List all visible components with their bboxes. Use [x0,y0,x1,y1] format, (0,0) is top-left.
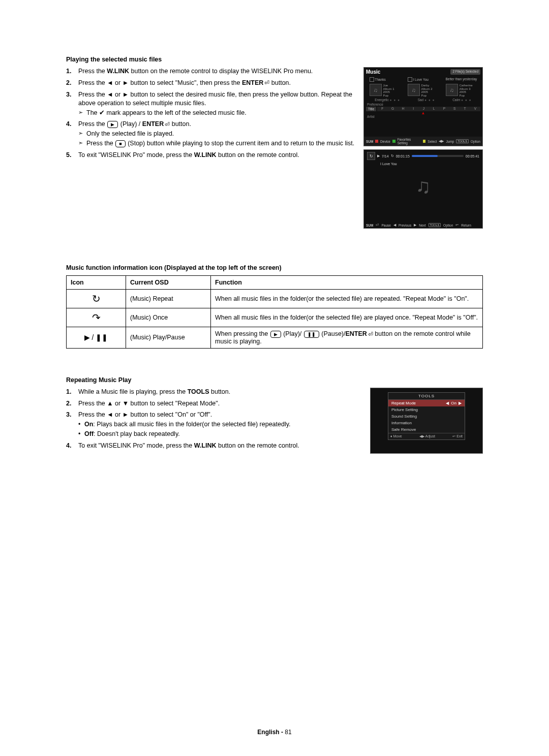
selected-badge: 2 File(s) Selected [450,69,480,75]
tools-row: Safe Remove [388,426,465,433]
step-body: Press the W.LINK button on the remote co… [78,67,357,76]
step-body: To exit "WISELINK Pro" mode, press the W… [78,151,357,160]
osd-cell: (Music) Play/Pause [126,327,211,349]
step-body: Press the ▲ or ▼ button to select "Repea… [78,399,364,408]
song-title: I Love You [364,162,482,166]
chevron-left-icon: ◀ [446,401,449,405]
red-button-icon [375,140,378,143]
section1-steps: 1. Press the W.LINK button on the remote… [66,67,357,160]
tools-row: Picture Setting [388,406,465,413]
func-cell: When all music files in the folder(or th… [211,290,483,308]
osd-cell: (Music) Repeat [126,290,211,308]
th-osd: Current OSD [126,276,211,290]
step-body: Press the ◄ or ► button to select "Music… [78,79,357,87]
updown-icon: ♦ [390,434,392,438]
play-button-icon: ▶ [107,121,118,128]
step-body: Press the ◄ or ► button to select "On" o… [78,411,364,438]
step-num: 1. [66,67,78,76]
enter-icon: ⏎ [264,79,269,87]
step-body: Press the ◄ or ► button to select the de… [78,90,357,117]
music-note-icon: ♫ [446,84,458,96]
substep: Press the ■ (Stop) button while playing … [78,139,357,148]
step-body: Press the ▶ (Play) / ENTER⏎ button. Only… [78,120,357,148]
shot-title: Music [366,69,380,75]
pause-button-icon: ❚❚ [304,331,319,338]
tools-row: Information [388,420,465,426]
screenshot-music-browser: Music 2 File(s) Selected Thanks I Love Y… [363,67,483,146]
screenshot-tools-menu: TOOLS Repeat Mode ◀On▶ Picture Setting S… [370,388,483,454]
tools-header: TOOLS [388,393,465,400]
repeat-icon: ↻ [367,152,375,160]
stop-button-icon: ■ [115,140,125,147]
screenshot-now-playing: ↻ ▶ 7/14 ↻ 00:01:15 00:05:41 I Love You … [363,149,483,229]
tools-row: Sound Setting [388,413,465,420]
substep: Only the selected file is played. [78,130,357,138]
chevron-right-icon: ▶ [459,401,462,405]
enter-icon: ⏎ [368,331,373,338]
step-num: 4. [66,442,78,450]
info-icon-title: Music function information icon (Display… [66,264,483,271]
func-cell: When all music files in the folder(or th… [211,308,483,327]
step-num: 2. [66,399,78,408]
music-note-icon: ♫ [370,84,382,96]
leftright-icon: ◀▶ [419,434,424,438]
music-note-icon: ♫ [408,84,420,96]
section3-title: Repeating Music Play [66,376,483,384]
step-num: 2. [66,79,78,87]
osd-cell: (Music) Once [126,308,211,327]
page-footer: English - 81 [0,729,549,736]
icon-function-table: Icon Current OSD Function ↻ (Music) Repe… [66,275,483,349]
th-icon: Icon [67,276,126,290]
func-cell: When pressing the ▶ (Play)/ ❚❚ (Pause)/E… [211,327,483,349]
green-button-icon [392,140,395,143]
step-num: 5. [66,151,78,160]
play-button-icon: ▶ [270,331,281,338]
step-num: 4. [66,120,78,148]
section1-title: Playing the selected music files [66,56,483,63]
step-num: 1. [66,388,78,396]
step-body: To exit "WISELINK Pro" mode, press the W… [78,442,364,450]
bullet: On: Plays back all music files in the fo… [78,420,364,429]
album-art-placeholder-icon: ♫ [364,166,482,206]
substep: The ✔ mark appears to the left of the se… [78,109,357,117]
yellow-button-icon [423,140,426,143]
repeat-icon: ↻ [67,290,126,308]
bullet: Off: Doesn't play back repeatedly. [78,430,364,438]
section3-steps: 1. While a Music file is playing, press … [66,388,364,450]
step-num: 3. [66,411,78,438]
play-pause-icon: ▶ / ❚❚ [67,327,126,349]
th-func: Function [211,276,483,290]
return-icon: ↩ [452,434,455,438]
enter-icon: ⏎ [165,120,170,129]
tools-row-selected: Repeat Mode ◀On▶ [388,400,465,406]
once-icon: ↷ [67,308,126,327]
step-body: While a Music file is playing, press the… [78,388,364,396]
step-num: 3. [66,90,78,117]
